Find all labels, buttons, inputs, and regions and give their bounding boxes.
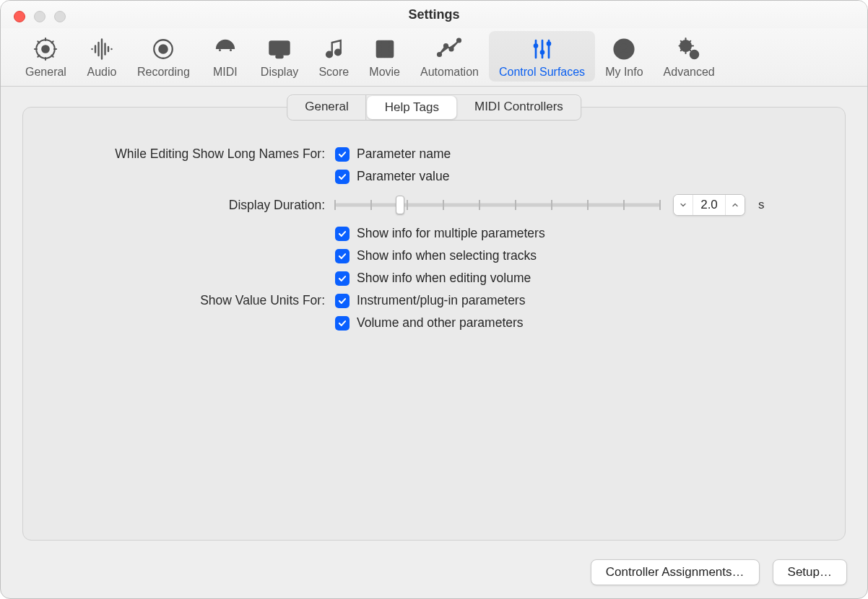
svg-point-15 [445, 44, 448, 48]
toolbar-label: Movie [369, 66, 400, 79]
checkbox-show-multiple[interactable] [335, 227, 350, 241]
toolbar-item-movie[interactable]: Movie [359, 31, 410, 82]
parameter-value-label: Parameter value [357, 169, 449, 184]
svg-point-8 [227, 46, 230, 48]
toolbar-item-advanced[interactable]: Advanced [654, 31, 725, 82]
toolbar-item-midi[interactable]: MIDI [200, 31, 251, 82]
toolbar-label: Advanced [664, 66, 715, 79]
svg-point-17 [458, 39, 461, 43]
toolbar-item-control-surfaces[interactable]: Control Surfaces [489, 31, 595, 82]
toolbar-label: Control Surfaces [499, 66, 585, 79]
help-tags-form: While Editing Show Long Names For: Param… [23, 115, 845, 352]
toolbar-item-audio[interactable]: Audio [77, 31, 127, 82]
svg-point-14 [438, 53, 442, 56]
toolbar-label: Score [318, 66, 349, 79]
stepper-increment[interactable] [726, 195, 745, 215]
record-icon [148, 35, 178, 63]
toolbar-label: Recording [137, 66, 190, 79]
svg-point-0 [43, 45, 50, 53]
svg-point-3 [160, 45, 168, 53]
toolbar-label: Automation [420, 66, 479, 79]
person-circle-icon [609, 35, 639, 63]
footer-buttons: Controller Assignments… Setup… [591, 559, 847, 585]
svg-point-5 [224, 46, 226, 48]
toolbar-item-display[interactable]: Display [251, 31, 308, 82]
editing-long-names-label: While Editing Show Long Names For: [52, 147, 325, 162]
units-instrument-label: Instrument/plug-in parameters [357, 293, 525, 308]
sub-tabs: General Help Tags MIDI Controllers [287, 95, 581, 121]
toolbar-item-general[interactable]: General [15, 31, 77, 82]
svg-point-19 [539, 50, 544, 55]
display-duration-slider[interactable] [335, 195, 660, 215]
svg-point-16 [450, 48, 453, 51]
svg-point-22 [621, 43, 628, 50]
sliders-icon [527, 35, 557, 63]
tab-midi-controllers[interactable]: MIDI Controllers [457, 95, 581, 120]
window-controls [14, 11, 66, 22]
show-units-label: Show Value Units For: [52, 293, 325, 308]
svg-point-7 [221, 46, 223, 48]
toolbar-item-score[interactable]: Score [308, 31, 359, 82]
minimize-window-button[interactable] [34, 11, 45, 22]
svg-rect-9 [270, 42, 290, 55]
svg-point-24 [684, 44, 687, 48]
stepper-value: 2.0 [693, 195, 726, 215]
checkbox-show-volume[interactable] [335, 271, 350, 286]
duration-unit: s [758, 198, 765, 212]
toolbar-label: Display [261, 66, 298, 79]
content-area: General Help Tags MIDI Controllers While… [1, 87, 867, 598]
svg-point-6 [230, 49, 232, 51]
show-tracks-label: Show info when selecting tracks [357, 248, 537, 263]
toolbar-label: MIDI [213, 66, 238, 79]
automation-icon [434, 35, 464, 63]
music-notes-icon [318, 35, 349, 63]
gears-icon [674, 35, 704, 63]
toolbar-item-my-info[interactable]: My Info [595, 31, 653, 82]
display-icon [264, 35, 295, 63]
checkbox-units-instrument[interactable] [335, 294, 350, 308]
preferences-toolbar: General Audio Recording MIDI Display [1, 28, 867, 87]
checkbox-show-tracks[interactable] [335, 249, 350, 263]
svg-rect-10 [277, 56, 283, 58]
gear-icon [30, 35, 61, 63]
waveform-icon [87, 35, 117, 63]
settings-window: Settings General Audio Recording MIDI [0, 0, 868, 599]
zoom-window-button[interactable] [54, 11, 66, 22]
setup-button[interactable]: Setup… [773, 559, 847, 585]
controller-assignments-button[interactable]: Controller Assignments… [591, 559, 760, 585]
svg-point-26 [693, 53, 696, 56]
toolbar-label: My Info [605, 66, 643, 79]
display-duration-label: Display Duration: [52, 198, 325, 213]
svg-point-4 [219, 49, 221, 51]
settings-panel: General Help Tags MIDI Controllers While… [22, 107, 846, 541]
film-icon [370, 35, 400, 63]
toolbar-item-automation[interactable]: Automation [410, 31, 489, 82]
units-volume-label: Volume and other parameters [357, 315, 524, 331]
show-multiple-label: Show info for multiple parameters [357, 226, 545, 241]
window-title: Settings [1, 1, 867, 28]
midi-icon [210, 35, 240, 63]
display-duration-stepper[interactable]: 2.0 [673, 194, 745, 216]
checkbox-parameter-name[interactable] [335, 147, 350, 162]
parameter-name-label: Parameter name [357, 147, 451, 162]
toolbar-label: Audio [87, 66, 116, 79]
tab-help-tags[interactable]: Help Tags [368, 96, 456, 119]
toolbar-label: General [25, 66, 66, 79]
svg-point-20 [546, 41, 551, 46]
svg-point-18 [533, 43, 538, 48]
checkbox-parameter-value[interactable] [335, 170, 350, 184]
checkbox-units-volume[interactable] [335, 316, 350, 331]
stepper-decrement[interactable] [674, 195, 693, 215]
tab-general[interactable]: General [287, 95, 366, 120]
close-window-button[interactable] [14, 11, 25, 22]
toolbar-item-recording[interactable]: Recording [127, 31, 200, 82]
show-volume-label: Show info when editing volume [357, 271, 531, 286]
